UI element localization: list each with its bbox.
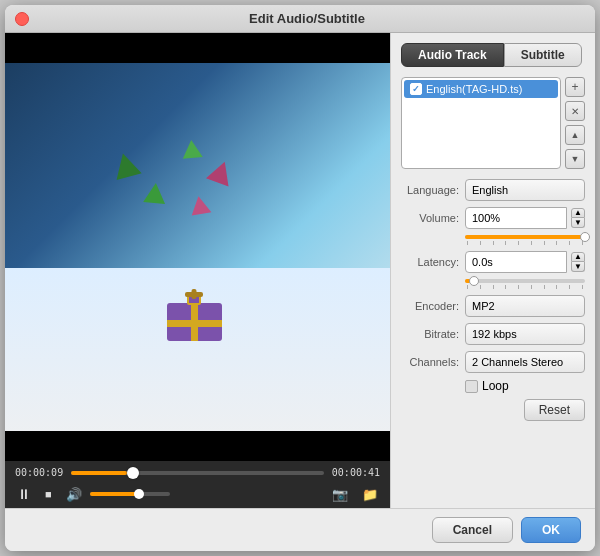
volume-control: 100% ▲ ▼ [465, 207, 585, 229]
main-window: Edit Audio/Subtitle [5, 5, 595, 551]
tick [518, 285, 519, 289]
encoder-select[interactable]: MP2 [465, 295, 585, 317]
screenshot-button[interactable]: 📷 [330, 485, 350, 504]
latency-up-button[interactable]: ▲ [571, 252, 585, 262]
stop-button[interactable]: ■ [43, 486, 54, 502]
reset-button[interactable]: Reset [524, 399, 585, 421]
tick [480, 241, 481, 245]
tick [467, 285, 468, 289]
left-panel: 00:00:09 00:00:41 ⏸ ■ 🔊 [5, 33, 390, 508]
channels-row: Channels: 2 Channels Stereo [401, 351, 585, 373]
loop-label: Loop [482, 379, 509, 393]
video-frame [5, 33, 390, 461]
black-bar-bottom [5, 431, 390, 461]
volume-slider-wrap [465, 235, 585, 239]
volume-slider-fill [465, 235, 583, 239]
pause-button[interactable]: ⏸ [15, 484, 33, 504]
latency-row: Latency: 0.0s ▲ ▼ [401, 251, 585, 273]
volume-slider-row [401, 235, 585, 239]
volume-value: 100% [472, 212, 500, 224]
latency-control: 0.0s ▲ ▼ [465, 251, 585, 273]
tick [505, 285, 506, 289]
tick [556, 285, 557, 289]
tick [544, 241, 545, 245]
tick [556, 241, 557, 245]
language-row: Language: English [401, 179, 585, 201]
latency-slider[interactable] [465, 279, 585, 283]
latency-slider-row [401, 279, 585, 283]
track-list-buttons: + ✕ ▲ ▼ [565, 77, 585, 169]
tick [505, 241, 506, 245]
remove-track-button[interactable]: ✕ [565, 101, 585, 121]
track-item[interactable]: English(TAG-HD.ts) [404, 80, 558, 98]
track-label: English(TAG-HD.ts) [426, 83, 522, 95]
language-select[interactable]: English [465, 179, 585, 201]
window-title: Edit Audio/Subtitle [29, 11, 585, 26]
tick [531, 241, 532, 245]
bitrate-label: Bitrate: [401, 328, 459, 340]
loop-checkbox-wrap: Loop [465, 379, 509, 393]
latency-spinner: ▲ ▼ [571, 252, 585, 272]
volume-area: 🔊 [64, 485, 320, 504]
move-up-button[interactable]: ▲ [565, 125, 585, 145]
encoder-control: MP2 [465, 295, 585, 317]
volume-slider[interactable] [465, 235, 585, 239]
tick [493, 285, 494, 289]
tab-subtitle[interactable]: Subtitle [504, 43, 582, 67]
gem-green-3 [181, 139, 202, 159]
controls-row: ⏸ ■ 🔊 📷 📁 [15, 484, 380, 504]
tick [569, 285, 570, 289]
volume-icon[interactable]: 🔊 [64, 485, 84, 504]
bitrate-row: Bitrate: 192 kbps [401, 323, 585, 345]
title-bar: Edit Audio/Subtitle [5, 5, 595, 33]
volume-label: Volume: [401, 212, 459, 224]
add-track-button[interactable]: + [565, 77, 585, 97]
gift-ribbon-v [191, 303, 198, 341]
gem-green-2 [143, 182, 167, 204]
latency-input-display: 0.0s [465, 251, 567, 273]
loop-row: Loop [401, 379, 585, 393]
encoder-row: Encoder: MP2 [401, 295, 585, 317]
volume-thumb[interactable] [134, 489, 144, 499]
volume-slider-thumb[interactable] [580, 232, 590, 242]
bitrate-control: 192 kbps [465, 323, 585, 345]
volume-ticks-row [401, 241, 585, 245]
channels-select[interactable]: 2 Channels Stereo [465, 351, 585, 373]
move-down-button[interactable]: ▼ [565, 149, 585, 169]
tick [493, 241, 494, 245]
progress-track[interactable] [71, 471, 324, 475]
loop-checkbox[interactable] [465, 380, 478, 393]
bottom-bar: Cancel OK [5, 508, 595, 551]
latency-down-button[interactable]: ▼ [571, 262, 585, 272]
gem-pink-1 [206, 158, 236, 187]
latency-label: Latency: [401, 256, 459, 268]
volume-fill [90, 492, 138, 496]
channels-label: Channels: [401, 356, 459, 368]
latency-ticks-row [401, 285, 585, 289]
tick [531, 285, 532, 289]
close-button[interactable] [15, 12, 29, 26]
cancel-button[interactable]: Cancel [432, 517, 513, 543]
total-time: 00:00:41 [332, 467, 380, 478]
ok-button[interactable]: OK [521, 517, 581, 543]
volume-ticks [465, 241, 585, 245]
progress-thumb[interactable] [127, 467, 139, 479]
volume-down-button[interactable]: ▼ [571, 218, 585, 228]
gift-group [167, 296, 222, 341]
latency-slider-thumb[interactable] [469, 276, 479, 286]
folder-button[interactable]: 📁 [360, 485, 380, 504]
volume-track[interactable] [90, 492, 170, 496]
progress-container: 00:00:09 00:00:41 [15, 467, 380, 478]
gift-propeller-v [192, 289, 197, 299]
latency-ticks-wrap [465, 285, 585, 289]
gift-body-wrap [167, 296, 222, 341]
bitrate-select[interactable]: 192 kbps [465, 323, 585, 345]
latency-ticks [465, 285, 585, 289]
volume-ticks-wrap [465, 241, 585, 245]
track-list-container: English(TAG-HD.ts) + ✕ ▲ ▼ [401, 77, 585, 169]
tab-audio-track[interactable]: Audio Track [401, 43, 504, 67]
volume-up-button[interactable]: ▲ [571, 208, 585, 218]
gem-green-1 [110, 150, 141, 180]
track-checkbox[interactable] [410, 83, 422, 95]
volume-input-display: 100% [465, 207, 567, 229]
